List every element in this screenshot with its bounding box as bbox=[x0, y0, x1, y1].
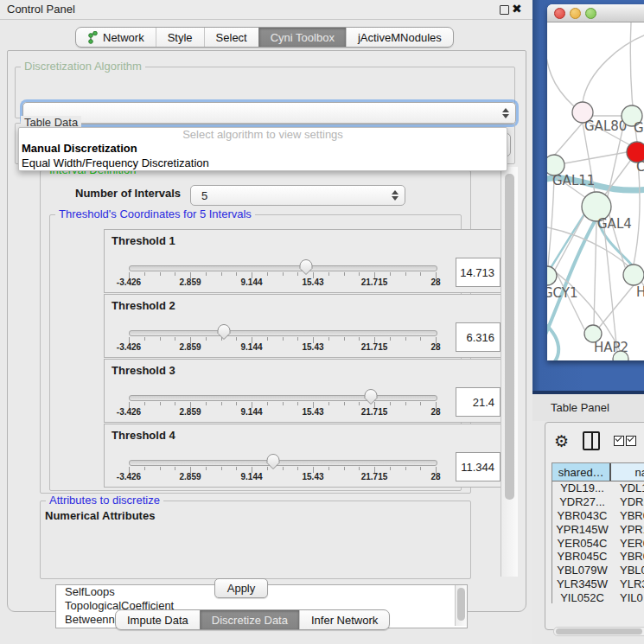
option-manual-discretization[interactable]: Manual Discretization bbox=[19, 141, 507, 156]
table-row[interactable]: YDL19... YDL1 bbox=[552, 481, 644, 495]
apply-button[interactable]: Apply bbox=[214, 578, 268, 598]
slider-thumb[interactable] bbox=[216, 323, 232, 341]
table-row[interactable]: YIL052C YIL0 bbox=[552, 590, 644, 603]
tab-select-label: Select bbox=[216, 31, 247, 44]
column-header-name[interactable]: na bbox=[611, 463, 644, 481]
algorithm-combobox[interactable] bbox=[22, 102, 516, 124]
tab-impute-data[interactable]: Impute Data bbox=[116, 610, 200, 629]
slider-tick-label: 21.715 bbox=[354, 342, 394, 352]
threshold-label: Threshold 2 bbox=[112, 299, 175, 312]
slider-tick bbox=[390, 402, 391, 405]
slider-tick-label: 2.859 bbox=[170, 407, 210, 417]
combo-arrows-icon bbox=[501, 108, 509, 118]
network-window-titlebar[interactable] bbox=[547, 4, 644, 22]
threshold-value-field[interactable]: 14.713 bbox=[456, 258, 501, 287]
close-icon[interactable]: ✖ bbox=[512, 2, 522, 16]
cell-name: YBL0 bbox=[612, 564, 644, 577]
slider-tick bbox=[405, 402, 406, 405]
node-attribute-table[interactable]: shared… na YDL19... YDL1 YDR27... YDR2 Y… bbox=[552, 462, 644, 603]
slider-tick bbox=[236, 337, 237, 341]
slider-thumb[interactable] bbox=[363, 388, 379, 405]
tab-cyni-toolbox[interactable]: Cyni Toolbox bbox=[258, 28, 346, 47]
threshold-row: Threshold 2-3.4262.8599.14415.4321.71528… bbox=[104, 294, 507, 358]
table-row[interactable]: YBL079W YBL0 bbox=[552, 564, 644, 577]
slider-tick-label: 9.144 bbox=[232, 342, 271, 352]
thresholds-group: Threshold's Coordinates for 5 Intervals … bbox=[49, 214, 462, 491]
tab-impute-data-label: Impute Data bbox=[127, 614, 188, 627]
threshold-value-field[interactable]: 21.4 bbox=[456, 387, 501, 417]
slider-tick bbox=[283, 272, 284, 276]
cyni-bottom-tabs: Impute Data Discretize Data Infer Networ… bbox=[115, 609, 390, 630]
slider-tick-label: -3.426 bbox=[109, 342, 149, 352]
tab-jactivemnodules[interactable]: jActiveMNodules bbox=[346, 28, 453, 47]
cell-name: YDL1 bbox=[612, 481, 644, 494]
discretization-algorithm-title: Discretization Algorithm bbox=[21, 60, 145, 73]
network-canvas[interactable]: GAL80GCGAL11GAL4GCY1HHAP2 bbox=[547, 22, 644, 360]
control-panel: Control Panel ✖ Network Style Select Cyn… bbox=[0, 0, 532, 644]
slider-tick bbox=[221, 467, 222, 470]
tab-infer-network[interactable]: Infer Network bbox=[299, 610, 389, 629]
panel-scrollbar-thumb[interactable] bbox=[505, 174, 514, 500]
gear-icon[interactable]: ⚙ bbox=[554, 433, 569, 450]
network-node[interactable] bbox=[623, 265, 644, 285]
slider-tick bbox=[221, 402, 222, 405]
table-row[interactable]: YER054C YER0 bbox=[552, 536, 644, 550]
tab-style[interactable]: Style bbox=[156, 28, 204, 47]
split-columns-icon[interactable] bbox=[583, 431, 600, 450]
slider-track[interactable] bbox=[129, 265, 437, 271]
slider-tick bbox=[175, 402, 175, 405]
slider-tick bbox=[160, 402, 161, 405]
slider-tick bbox=[283, 402, 284, 405]
threshold-value-field[interactable]: 6.316 bbox=[456, 322, 501, 352]
tab-network[interactable]: Network bbox=[76, 28, 156, 47]
column-header-shared[interactable]: shared… bbox=[552, 463, 611, 481]
slider-tick-label: 9.144 bbox=[232, 407, 271, 417]
table-row[interactable]: YBR043C YBR0 bbox=[552, 509, 644, 523]
slider-tick bbox=[206, 467, 207, 470]
slider-thumb[interactable] bbox=[265, 453, 281, 470]
list-scrollbar[interactable] bbox=[455, 585, 467, 626]
checkbox-icon[interactable] bbox=[626, 436, 636, 446]
slider-tick-label: 28 bbox=[416, 277, 456, 287]
table-hscrollbar[interactable] bbox=[553, 627, 644, 636]
number-of-intervals-label: Number of Intervals bbox=[75, 187, 181, 200]
slider-tick bbox=[328, 402, 329, 405]
number-of-intervals-combobox[interactable]: 5 bbox=[190, 185, 405, 206]
float-window-icon[interactable] bbox=[500, 5, 509, 15]
slider-tick bbox=[144, 337, 145, 341]
table-row[interactable]: YBR045C YBR0 bbox=[552, 550, 644, 564]
table-row[interactable]: YLR345W YLR3 bbox=[552, 577, 644, 591]
minimize-traffic-light-icon[interactable] bbox=[570, 8, 581, 19]
table-row[interactable]: YDR27... YDR2 bbox=[552, 495, 644, 509]
zoom-traffic-light-icon[interactable] bbox=[585, 8, 596, 19]
slider-tick-label: 2.859 bbox=[170, 277, 210, 287]
network-edge bbox=[547, 321, 558, 360]
slider-tick bbox=[236, 402, 237, 405]
slider-track[interactable] bbox=[129, 330, 437, 336]
slider-thumb[interactable] bbox=[298, 258, 314, 276]
network-edge bbox=[557, 273, 584, 329]
slider-tick-label: -3.426 bbox=[109, 277, 149, 287]
slider-tick-label: -3.426 bbox=[109, 472, 149, 481]
slider-tick bbox=[236, 467, 237, 470]
cyni-toolbox-panel: Discretization Algorithm Select algorith… bbox=[7, 50, 526, 612]
close-traffic-light-icon[interactable] bbox=[554, 8, 565, 19]
threshold-value-field[interactable]: 11.344 bbox=[456, 452, 501, 481]
tab-select[interactable]: Select bbox=[204, 28, 258, 47]
option-equal-width-frequency[interactable]: Equal Width/Frequency Discretization bbox=[19, 156, 507, 170]
checkbox-icon[interactable] bbox=[614, 436, 624, 446]
table-row[interactable]: YPR145W YPR1 bbox=[552, 522, 644, 536]
cell-name: YER0 bbox=[612, 537, 644, 550]
panel-scrollbar[interactable] bbox=[501, 167, 518, 577]
network-node-label: G bbox=[634, 120, 644, 136]
slider-track[interactable] bbox=[129, 395, 437, 401]
cell-name: YIL0 bbox=[612, 591, 643, 603]
list-scrollbar-thumb[interactable] bbox=[457, 588, 465, 621]
network-edge bbox=[555, 215, 584, 270]
slider-tick bbox=[267, 402, 268, 405]
table-hscrollbar-thumb[interactable] bbox=[556, 628, 642, 634]
network-view-window[interactable]: GAL80GCGAL11GAL4GCY1HHAP2 bbox=[547, 4, 644, 360]
slider-track[interactable] bbox=[129, 460, 437, 466]
slider-tick bbox=[206, 337, 207, 341]
tab-discretize-data[interactable]: Discretize Data bbox=[200, 610, 299, 629]
